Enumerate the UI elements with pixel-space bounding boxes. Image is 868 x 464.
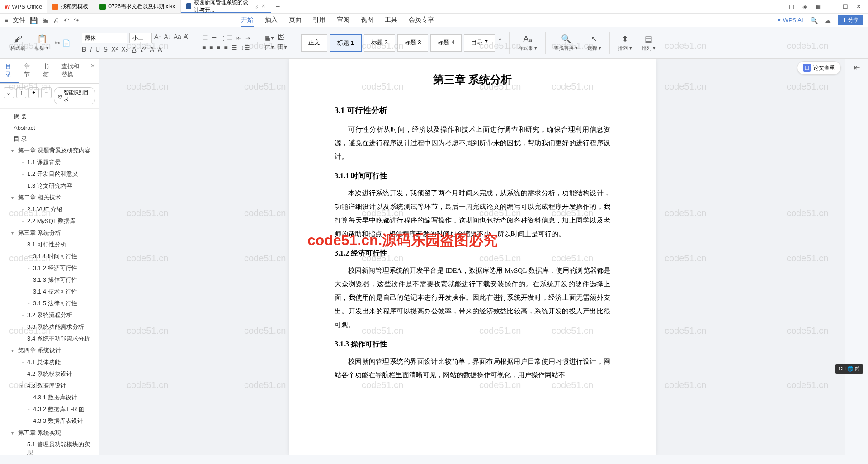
number-list-icon[interactable]: ≣: [212, 34, 217, 42]
justify-icon[interactable]: ≡: [224, 44, 227, 51]
close-nav-icon[interactable]: ✕: [87, 59, 99, 83]
format-painter-button[interactable]: 🖌 格式刷: [7, 34, 29, 52]
increase-indent-icon[interactable]: ⇥: [245, 34, 251, 42]
highlight-button[interactable]: 🖍: [140, 46, 146, 53]
search-icon[interactable]: 🔍: [810, 17, 818, 24]
bold-button[interactable]: B: [82, 46, 86, 53]
toc-item[interactable]: └5.1 管理员功能模块的实现: [0, 439, 99, 455]
toc-item[interactable]: 摘 要: [0, 111, 99, 123]
smart-toc-button[interactable]: ◎ 智能识别目录: [54, 87, 95, 104]
toc-item[interactable]: └3.1.1 时间可行性: [0, 251, 99, 262]
ribbon-tab[interactable]: 审阅: [337, 14, 349, 27]
style-heading-1[interactable]: 标题 1: [330, 34, 362, 52]
toc-item[interactable]: ▾第二章 相关技术: [0, 192, 99, 204]
ribbon-tab[interactable]: 引用: [313, 14, 326, 27]
superscript-button[interactable]: X²: [111, 46, 118, 53]
minimize-button[interactable]: —: [829, 3, 835, 10]
font-family-select[interactable]: 黑体: [82, 33, 127, 43]
paste-button[interactable]: 📋 粘贴 ▾: [31, 34, 52, 52]
cube-icon[interactable]: ◈: [802, 3, 807, 10]
cloud-icon[interactable]: ☁: [825, 17, 831, 24]
toc-item[interactable]: └2.1 VUE 介绍: [0, 204, 99, 215]
toc-item[interactable]: └1.2 开发目的和意义: [0, 168, 99, 180]
toc-item[interactable]: └1.3 论文研究内容: [0, 180, 99, 192]
styles-button[interactable]: Aₐ 样式集 ▾: [514, 34, 541, 52]
save-icon[interactable]: 💾: [30, 17, 38, 24]
arrange-button[interactable]: ⬍ 排列 ▾: [614, 34, 636, 52]
undo-icon[interactable]: ↶: [64, 17, 69, 24]
line-spacing-icon[interactable]: ↕☰: [241, 44, 250, 51]
toc-item[interactable]: └3.4 系统非功能需求分析: [0, 333, 99, 345]
italic-button[interactable]: I: [90, 46, 92, 53]
style-heading-2[interactable]: 标题 2: [364, 34, 395, 52]
toc-item[interactable]: 目 录: [0, 133, 99, 145]
redo-icon[interactable]: ↷: [74, 17, 79, 24]
demote-button[interactable]: −: [41, 87, 52, 98]
underline-button[interactable]: U: [95, 46, 100, 53]
cut-icon[interactable]: ✂: [55, 39, 60, 47]
toc-item[interactable]: └3.2 系统流程分析: [0, 309, 99, 321]
style-expand-icon[interactable]: ⌄: [497, 34, 503, 52]
align-right-icon[interactable]: ≡: [217, 44, 220, 51]
font-color-2-button[interactable]: A: [150, 46, 154, 53]
style-body[interactable]: 正文: [301, 34, 327, 52]
nav-tab[interactable]: 章节: [19, 59, 37, 83]
ribbon-tab[interactable]: 工具: [385, 14, 397, 27]
toc-item[interactable]: └4.3.1 数据库设计: [0, 392, 99, 403]
subscript-button[interactable]: X₂: [121, 46, 128, 53]
theme-icon[interactable]: ▦: [815, 3, 821, 10]
hamburger-icon[interactable]: ≡: [5, 17, 8, 24]
toc-item[interactable]: └4.2 系统模块设计: [0, 368, 99, 380]
bullet-list-icon[interactable]: ☰: [202, 34, 208, 42]
wps-ai-button[interactable]: ✦ WPS AI: [777, 17, 803, 24]
toc-item[interactable]: └3.1.2 经济可行性: [0, 262, 99, 274]
nav-tab[interactable]: 目录: [0, 59, 19, 83]
increase-font-icon[interactable]: A↑: [154, 33, 161, 43]
strikethrough-button[interactable]: S̶: [104, 46, 108, 53]
preview-icon[interactable]: 🖨: [53, 17, 59, 24]
expand-panel-icon[interactable]: ⇤: [854, 63, 860, 72]
toc-item[interactable]: └4.3.3 数据库表设计: [0, 415, 99, 427]
change-case-icon[interactable]: Aa: [174, 33, 181, 43]
shading-color-icon[interactable]: ◫▾: [265, 43, 274, 52]
thesis-check-button[interactable]: ☐ 论文查重: [797, 61, 841, 75]
nav-tab[interactable]: 查找和替换: [56, 59, 87, 83]
select-button[interactable]: ↖ 选择 ▾: [584, 34, 605, 52]
share-button[interactable]: ⬆ 分享: [838, 15, 863, 25]
tab-close-icon[interactable]: ✕: [261, 3, 265, 9]
toc-item[interactable]: └3.1.4 技术可行性: [0, 286, 99, 298]
toc-item[interactable]: ▾第四章 系统设计: [0, 345, 99, 356]
ribbon-tab[interactable]: 插入: [265, 14, 278, 27]
toc-item[interactable]: └1.1 课题背景: [0, 156, 99, 168]
promote-button[interactable]: +: [28, 87, 39, 98]
ribbon-tab[interactable]: 视图: [361, 14, 373, 27]
new-tab-button[interactable]: +: [271, 3, 284, 11]
toc-item[interactable]: └2.2 MySQL 数据库: [0, 215, 99, 227]
text-effect-button[interactable]: A: [158, 46, 162, 53]
document-tab[interactable]: 找稻壳模板: [47, 0, 94, 13]
document-canvas[interactable]: 第三章 系统分析 3.1 可行性分析 可行性分析从时间，经济以及操作和技术上面进…: [99, 59, 845, 455]
shading-icon[interactable]: ▦▾: [265, 34, 274, 41]
tab-more-icon[interactable]: ⊙: [254, 3, 259, 9]
toc-item[interactable]: ▾第三章 系统分析: [0, 227, 99, 239]
border-style-icon[interactable]: 田▾: [278, 43, 287, 52]
grid-icon[interactable]: ▢: [789, 3, 794, 10]
font-size-select[interactable]: 小三: [129, 33, 152, 43]
print-icon[interactable]: 🖶: [42, 17, 48, 24]
font-color-button[interactable]: A̲: [132, 46, 137, 53]
nav-tab[interactable]: 书签: [38, 59, 56, 83]
collapse-button[interactable]: ⌄: [4, 87, 14, 98]
document-tab[interactable]: 校园新闻管理系统的设计与开...⊙✕: [181, 0, 271, 13]
copy-icon[interactable]: 📄: [62, 39, 70, 47]
toc-item[interactable]: └3.1 可行性分析: [0, 239, 99, 251]
ribbon-tab[interactable]: 会员专享: [409, 14, 434, 27]
style-heading-3[interactable]: 标题 3: [397, 34, 429, 52]
find-replace-button[interactable]: 🔍 查找替换 ▾: [550, 34, 581, 52]
document-tab[interactable]: 0726需求文档以及排期.xlsx: [94, 0, 181, 13]
align-left-icon[interactable]: ≡: [202, 44, 206, 51]
toc-item[interactable]: └3.1.5 法律可行性: [0, 298, 99, 309]
decrease-indent-icon[interactable]: ⇤: [236, 34, 242, 42]
toc-item[interactable]: └4.3.2 数据库 E-R 图: [0, 403, 99, 415]
style-toc-7[interactable]: 目录 7: [464, 34, 495, 52]
toc-item[interactable]: ▾第一章 课题背景及研究内容: [0, 145, 99, 156]
